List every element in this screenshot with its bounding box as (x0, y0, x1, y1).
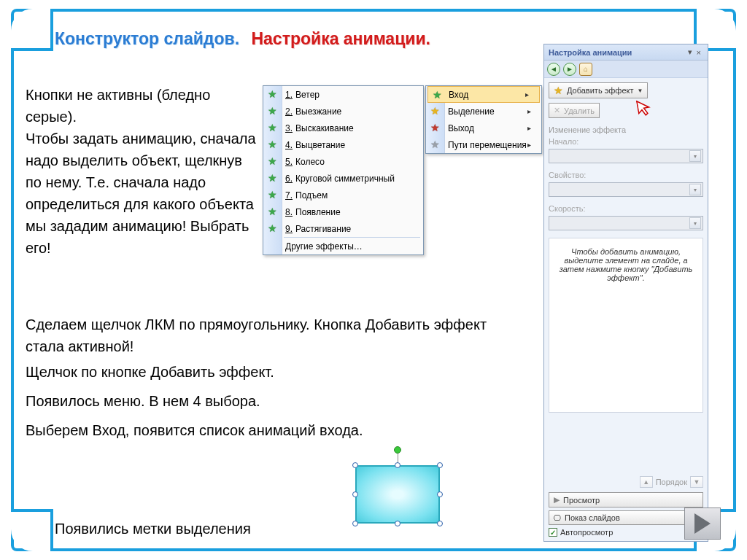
menu-item-category[interactable]: ★Пути перемещения▸ (426, 136, 541, 153)
combo-speed[interactable]: ▾ (549, 216, 703, 230)
preview-button[interactable]: ▶ Просмотр (549, 492, 703, 508)
star-icon: ★ (554, 85, 563, 96)
order-down-icon[interactable]: ▼ (690, 476, 703, 488)
menu-item-category[interactable]: ★Выделение▸ (426, 103, 541, 120)
label-start: Начало: (549, 137, 703, 146)
menu-item-category[interactable]: ★Выход▸ (426, 120, 541, 136)
menu-item-other-effects[interactable]: Другие эффекты… (263, 238, 423, 254)
resize-handle[interactable] (437, 521, 443, 526)
paragraph-5: Выберем Вход, появится список анимаций в… (26, 419, 507, 441)
pane-hint: Чтобы добавить анимацию, выделите элемен… (549, 238, 703, 413)
paragraph-4: Появилось меню. В нем 4 выбора. (26, 390, 507, 412)
resize-handle[interactable] (352, 521, 358, 526)
next-slide-button[interactable] (684, 508, 721, 540)
pane-nav: ◄ ► ⌂ (544, 61, 708, 78)
page-title: Конструктор слайдов. Настройка анимации. (55, 29, 430, 49)
rectangle-shape[interactable] (355, 465, 440, 524)
resize-handle[interactable] (352, 491, 358, 497)
nav-back-icon[interactable]: ◄ (547, 63, 560, 76)
checkbox-checked-icon[interactable]: ✓ (549, 528, 557, 537)
nav-home-icon[interactable]: ⌂ (579, 63, 592, 76)
autoview-label: Автопросмотр (560, 528, 613, 537)
caret-down-icon: ▼ (637, 88, 643, 94)
resize-handle[interactable] (395, 462, 400, 468)
pane-title: Настройка анимации (549, 48, 686, 57)
play-triangle-icon (694, 513, 711, 534)
label-speed: Скорость: (549, 204, 703, 213)
play-icon: ▶ (554, 495, 560, 505)
screen-icon: 🖵 (554, 514, 561, 522)
paragraph-2: Сделаем щелчок ЛКМ по прямоугольнику. Кн… (26, 314, 507, 357)
resize-handle[interactable] (437, 462, 443, 468)
menu-item-effect[interactable]: ★2.Выезжание (263, 103, 423, 120)
menu-item-category[interactable]: ★Вход▸ (427, 86, 540, 103)
close-icon[interactable]: × (694, 48, 703, 57)
paragraph-1: Кнопки не активны (бледно серые). Чтобы … (26, 84, 259, 259)
effects-submenu: ★1.Ветер★2.Выезжание★3.Выскакивание★4.Вы… (263, 85, 424, 255)
resize-handle[interactable] (395, 521, 400, 526)
resize-handle[interactable] (437, 491, 443, 497)
menu-item-effect[interactable]: ★5.Колесо (263, 153, 423, 170)
paragraph-6: Появились метки выделения (55, 518, 347, 540)
menu-item-effect[interactable]: ★6.Круговой симметричный (263, 170, 423, 187)
nav-forward-icon[interactable]: ► (563, 63, 576, 76)
menu-item-effect[interactable]: ★3.Выскакивание (263, 120, 423, 136)
combo-start[interactable]: ▾ (549, 149, 703, 163)
menu-item-effect[interactable]: ★1.Ветер (263, 86, 423, 103)
rotation-handle[interactable] (394, 446, 401, 454)
slideshow-button[interactable]: 🖵 Показ слайдов (549, 510, 703, 525)
add-effect-menu: ★Вход▸★Выделение▸★Выход▸★Пути перемещени… (425, 85, 542, 154)
pane-menu-caret-icon[interactable]: ▾ (686, 47, 694, 57)
animation-pane: Настройка анимации ▾ × ◄ ► ⌂ ★ Добавить … (543, 44, 708, 542)
menu-item-effect[interactable]: ★4.Выцветание (263, 136, 423, 153)
pane-header: Настройка анимации ▾ × (544, 44, 708, 61)
selected-shape[interactable] (347, 459, 449, 532)
add-effect-button[interactable]: ★ Добавить эффект ▼ (549, 82, 648, 98)
menu-item-effect[interactable]: ★8.Появление (263, 203, 423, 220)
section-change-effect: Изменение эффекта (549, 125, 703, 134)
menu-item-effect[interactable]: ★9.Растягивание (263, 220, 423, 237)
resize-handle[interactable] (352, 462, 358, 468)
order-up-icon[interactable]: ▲ (640, 476, 653, 488)
menu-item-effect[interactable]: ★7.Подъем (263, 187, 423, 203)
label-property: Свойство: (549, 171, 703, 179)
order-row: ▲ Порядок ▼ (549, 476, 703, 488)
autoview-row[interactable]: ✓ Автопросмотр (549, 528, 703, 537)
delete-icon: ✕ (554, 106, 560, 115)
paragraph-3: Щелчок по кнопке Добавить эффект. (26, 361, 507, 383)
combo-property[interactable]: ▾ (549, 182, 703, 197)
delete-button: ✕ Удалить (549, 103, 600, 118)
